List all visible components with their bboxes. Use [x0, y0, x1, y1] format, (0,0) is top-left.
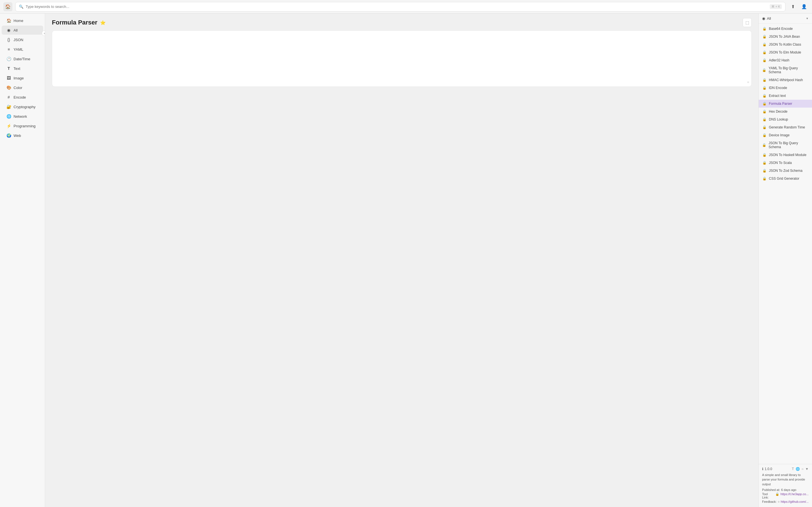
panel-item-dns-lookup[interactable]: 🔒 DNS Lookup: [759, 115, 812, 123]
sidebar-item-all[interactable]: ◉ All: [2, 25, 43, 35]
version-badge: ℹ 1.0.0: [762, 467, 772, 471]
chevron-down-icon[interactable]: ▼: [805, 467, 809, 471]
panel-item-idn-encode-icon: 🔒: [762, 86, 767, 90]
datetime-sidebar-icon: 🕐: [6, 57, 11, 61]
sidebar-item-color[interactable]: 🎨 Color: [2, 83, 43, 92]
panel-item-json-elm-label: JSON To Elm Module: [769, 50, 801, 54]
right-panel: ◉ All ▼ 🔒 Base64 Encode 🔒 JSON To JAVA B…: [758, 13, 812, 507]
layout-toggle-icon: ⬚: [746, 20, 749, 25]
panel-item-hmac-whirlpool[interactable]: 🔒 HMAC-Whirlpool Hash: [759, 76, 812, 84]
panel-item-hex-decode-icon: 🔒: [762, 110, 767, 114]
panel-item-json-scala-icon: 🔒: [762, 161, 767, 165]
panel-item-json-kotlin[interactable]: 🔒 JSON To Kotlin Class: [759, 41, 812, 48]
search-icon: 🔍: [19, 4, 23, 9]
right-panel-title-label: All: [767, 16, 771, 20]
tool-link-row: Tool Link: 🔒 https://t.he3app.co...: [762, 492, 809, 499]
right-panel-chevron-icon[interactable]: ▼: [806, 17, 809, 20]
sidebar-item-datetime[interactable]: 🕐 Date/Time: [2, 54, 43, 63]
bottom-info: ℹ 1.0.0 T 🌐 ○ ▼ A simple and small libra…: [759, 464, 812, 507]
tool-link-icon: 🔒: [775, 492, 779, 499]
panel-item-dns-lookup-icon: 🔒: [762, 117, 767, 121]
home-icon: 🏠: [5, 4, 11, 9]
panel-item-adler32[interactable]: 🔒 Adler32 Hash: [759, 56, 812, 64]
panel-item-json-bigquery-label: JSON To Big Query Schema: [769, 141, 809, 149]
main-layout: « 🏠 Home ◉ All {} JSON ≡ YAML 🕐 Date/Tim…: [0, 13, 812, 507]
panel-item-yaml-bigquery-label: YAML To Big Query Schema: [769, 66, 809, 74]
panel-item-idn-encode-label: IDN Encode: [769, 86, 787, 90]
version-row: ℹ 1.0.0 T 🌐 ○ ▼: [762, 467, 809, 471]
topbar-actions: ⬆ 👤: [788, 2, 809, 11]
panel-item-extract-text-label: Extract text: [769, 94, 786, 98]
encode-sidebar-icon: #: [6, 95, 11, 100]
panel-item-formula-parser[interactable]: 🔒 Formula Parser: [759, 100, 812, 108]
panel-item-json-scala-label: JSON To Scala: [769, 161, 792, 165]
text-sidebar-icon: T: [6, 66, 11, 71]
panel-item-json-bigquery[interactable]: 🔒 JSON To Big Query Schema: [759, 139, 812, 151]
sidebar-item-json[interactable]: {} JSON: [2, 35, 43, 44]
sidebar-item-json-label: JSON: [13, 38, 23, 42]
panel-item-yaml-bigquery[interactable]: 🔒 YAML To Big Query Schema: [759, 64, 812, 76]
formula-input[interactable]: [57, 35, 747, 80]
panel-item-base64-encode-label: Base64 Encode: [769, 27, 793, 31]
json-sidebar-icon: {}: [6, 38, 11, 42]
panel-item-device-image[interactable]: 🔒 Device Image: [759, 131, 812, 139]
panel-item-hex-decode-label: Hex Decode: [769, 110, 788, 114]
sidebar-item-network-label: Network: [13, 114, 27, 119]
panel-item-json-elm-icon: 🔒: [762, 50, 767, 54]
panel-item-json-java[interactable]: 🔒 JSON To JAVA Bean: [759, 33, 812, 41]
input-area: =: [52, 31, 752, 87]
sidebar-item-web[interactable]: 🌍 Web: [2, 131, 43, 140]
panel-item-device-image-icon: 🔒: [762, 133, 767, 137]
app-container: 🏠 🔍 ⌘ + K ⬆ 👤 « 🏠 Home ◉ All: [0, 0, 812, 507]
font-size-icon[interactable]: T: [792, 467, 794, 471]
feedback-link[interactable]: https://github.com/...: [781, 500, 809, 503]
user-icon: 👤: [801, 4, 807, 9]
search-input[interactable]: [26, 4, 767, 9]
sidebar-item-home[interactable]: 🏠 Home: [2, 16, 43, 25]
sidebar-item-encode-label: Encode: [13, 95, 26, 100]
favorite-button[interactable]: ⭐: [100, 20, 106, 25]
tool-link[interactable]: https://t.he3app.co...: [780, 492, 809, 499]
panel-item-json-scala[interactable]: 🔒 JSON To Scala: [759, 159, 812, 167]
panel-item-json-elm[interactable]: 🔒 JSON To Elm Module: [759, 48, 812, 56]
circle-icon[interactable]: ○: [802, 467, 804, 471]
sidebar-item-programming[interactable]: ⚡ Programming: [2, 121, 43, 130]
home-button[interactable]: 🏠: [3, 2, 12, 11]
panel-item-json-zod-label: JSON To Zod Schema: [769, 169, 802, 173]
published-label: Published at:: [762, 488, 780, 492]
sidebar-item-text[interactable]: T Text: [2, 64, 43, 73]
search-shortcut: ⌘ + K: [770, 4, 782, 9]
panel-item-json-kotlin-label: JSON To Kotlin Class: [769, 43, 801, 47]
cryptography-sidebar-icon: 🔐: [6, 105, 11, 109]
panel-item-base64-encode[interactable]: 🔒 Base64 Encode: [759, 25, 812, 33]
panel-item-json-haskell[interactable]: 🔒 JSON To Haskell Module: [759, 151, 812, 159]
panel-item-generate-random-time[interactable]: 🔒 Generate Random Time: [759, 123, 812, 131]
panel-item-hex-decode[interactable]: 🔒 Hex Decode: [759, 108, 812, 115]
panel-item-adler32-icon: 🔒: [762, 58, 767, 62]
sidebar-item-encode[interactable]: # Encode: [2, 93, 43, 102]
share-button[interactable]: ⬆: [788, 2, 797, 11]
published-row: Published at: 6 days ago: [762, 488, 809, 492]
web-sidebar-icon: 🌍: [6, 133, 11, 138]
panel-item-idn-encode[interactable]: 🔒 IDN Encode: [759, 84, 812, 92]
share-icon: ⬆: [791, 4, 795, 9]
sidebar-item-cryptography[interactable]: 🔐 Cryptography: [2, 102, 43, 111]
sidebar-item-home-label: Home: [13, 18, 23, 23]
panel-item-formula-parser-label: Formula Parser: [769, 102, 792, 106]
sidebar-item-image[interactable]: 🖼 Image: [2, 73, 43, 82]
image-sidebar-icon: 🖼: [6, 76, 11, 80]
globe-icon[interactable]: 🌐: [796, 467, 800, 471]
panel-item-css-grid[interactable]: 🔒 CSS Grid Generator: [759, 175, 812, 182]
layout-toggle-button[interactable]: ⬚: [743, 18, 752, 27]
version-icons: T 🌐 ○ ▼: [792, 467, 809, 471]
sidebar-item-network[interactable]: 🌐 Network: [2, 112, 43, 121]
panel-item-extract-text[interactable]: 🔒 Extract text: [759, 92, 812, 100]
panel-item-json-zod[interactable]: 🔒 JSON To Zod Schema: [759, 167, 812, 175]
sidebar-item-yaml[interactable]: ≡ YAML: [2, 45, 43, 54]
resize-handle-icon[interactable]: =: [747, 80, 749, 84]
panel-item-css-grid-icon: 🔒: [762, 177, 767, 180]
panel-item-json-haskell-icon: 🔒: [762, 153, 767, 157]
search-bar: 🔍 ⌘ + K: [15, 2, 785, 11]
user-button[interactable]: 👤: [800, 2, 809, 11]
topbar: 🏠 🔍 ⌘ + K ⬆ 👤: [0, 0, 812, 13]
